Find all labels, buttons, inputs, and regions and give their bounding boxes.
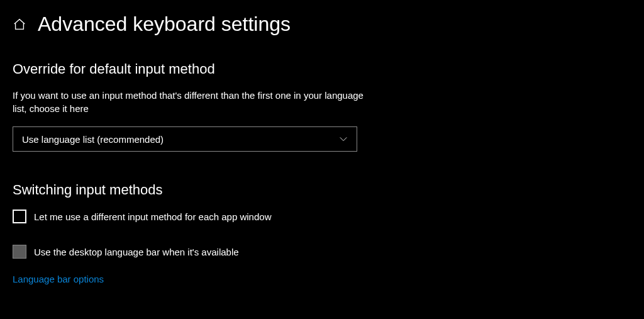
checkbox-language-bar-label: Use the desktop language bar when it's a… xyxy=(34,247,239,257)
override-description: If you want to use an input method that'… xyxy=(13,89,365,115)
switching-section: Switching input methods Let me use a dif… xyxy=(13,182,631,285)
chevron-down-icon xyxy=(339,135,348,143)
home-icon[interactable] xyxy=(13,18,26,31)
input-method-dropdown[interactable]: Use language list (recommended) xyxy=(13,126,357,152)
language-bar-options-link[interactable]: Language bar options xyxy=(13,274,104,284)
switching-section-title: Switching input methods xyxy=(13,182,631,198)
page-title: Advanced keyboard settings xyxy=(38,13,291,36)
override-section: Override for default input method If you… xyxy=(13,61,631,152)
checkbox-row-per-app: Let me use a different input method for … xyxy=(13,210,631,223)
checkbox-per-app-label: Let me use a different input method for … xyxy=(34,211,271,222)
page-header: Advanced keyboard settings xyxy=(13,13,631,36)
checkbox-language-bar[interactable] xyxy=(13,245,26,259)
checkbox-row-language-bar: Use the desktop language bar when it's a… xyxy=(13,245,631,259)
dropdown-selected-value: Use language list (recommended) xyxy=(22,134,164,145)
override-section-title: Override for default input method xyxy=(13,61,631,77)
checkbox-per-app-input[interactable] xyxy=(13,210,26,223)
